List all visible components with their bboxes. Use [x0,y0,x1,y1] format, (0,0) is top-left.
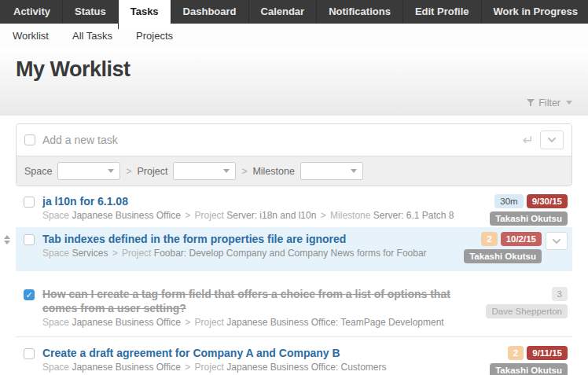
breadcrumb-value: Japanese Business Office: TeamPage Devel… [226,317,443,328]
page-title: My Worklist [0,57,588,90]
task-row-highlighted: Tab indexes defined in the form properti… [16,227,572,271]
subnav-item-worklist[interactable]: Worklist [13,30,49,42]
task-title-link[interactable]: Tab indexes defined in the form properti… [42,233,346,245]
space-label: Space [24,166,52,177]
breadcrumb-label: Project [195,362,224,373]
task-checkbox[interactable] [24,348,35,359]
task-row: ja l10n for 6.1.08 Space Japanese Busine… [16,193,572,227]
task-badges: 30m 9/30/15 Takashi Okutsu [490,194,568,226]
caret-down-icon [566,101,572,105]
milestone-label: Milestone [252,166,295,177]
breadcrumb-label: Project [122,248,151,259]
chevron-down-icon [553,239,560,244]
caret-down-icon [223,169,230,173]
assignee-badge: Takashi Okutsu [464,249,542,263]
breadcrumb-value: Japanese Business Office [72,317,181,328]
filter-bar: Filter [0,90,588,116]
breadcrumb-label: Project [195,210,224,221]
tab-edit-profile[interactable]: Edit Profile [402,0,481,24]
add-task-input[interactable]: Add a new task [42,134,523,146]
breadcrumb-separator: > [319,210,328,221]
task-actions-button[interactable] [546,232,568,250]
milestone-select[interactable] [300,162,363,180]
project-label: Project [137,166,167,177]
subnav-item-projects[interactable]: Projects [136,30,173,42]
breadcrumb-separator: > [183,362,192,373]
task-breadcrumb: Space Japanese Business Office > Project… [42,361,482,373]
breadcrumb-value: Foobar: Develop Company and Company News… [154,248,427,259]
field-separator: > [126,166,131,177]
task-checkbox-checked[interactable]: ✓ [24,289,35,300]
comment-count-badge: 2 [508,346,524,360]
tab-calendar[interactable]: Calendar [248,0,317,24]
assignee-badge: Takashi Okutsu [490,211,568,226]
space-select[interactable] [57,162,120,180]
tab-work-in-progress[interactable]: Work in Progress [481,0,588,24]
task-checkbox[interactable] [24,197,35,208]
task-title-link[interactable]: How can I create a tag form field that o… [42,287,478,315]
comment-count-badge: 2 [481,232,497,246]
due-date-badge: 10/2/15 [501,232,542,246]
add-task-checkbox[interactable] [24,134,35,145]
add-task-fields: Space > Project > Milestone [17,156,571,186]
sub-navigation: Worklist All Tasks Projects [0,24,588,48]
breadcrumb-value: Services [72,248,108,259]
main-content: Add a new task ↵ Space > Project > Miles… [0,116,588,375]
field-separator: > [241,166,247,177]
task-badges: 2 9/11/15 Takashi Okutsu [490,346,568,375]
breadcrumb-value: Japanese Business Office: Customers [226,362,386,373]
breadcrumb-label: Space [42,362,69,373]
breadcrumb-separator: > [111,248,119,259]
assignee-badge: Takashi Okutsu [490,363,568,375]
assignee-badge: Dave Shepperton [486,304,568,318]
comment-count-badge: 3 [552,287,568,301]
breadcrumb-label: Project [195,317,224,328]
project-select[interactable] [173,162,236,180]
task-row-completed: ✓ How can I create a tag form field that… [16,285,572,337]
caret-down-icon [108,169,114,173]
breadcrumb-label: Space [42,317,69,328]
task-badges: 3 Dave Shepperton [486,287,568,318]
add-task-row: Add a new task ↵ [17,124,571,156]
filter-button[interactable]: Filter [538,97,560,108]
task-main: How can I create a tag form field that o… [35,287,486,329]
task-main: ja l10n for 6.1.08 Space Japanese Busine… [35,194,490,222]
time-estimate-badge: 30m [494,194,523,208]
drag-handle-icon[interactable] [4,235,10,244]
task-main: Tab indexes defined in the form properti… [35,232,464,259]
task-main: Create a draft agreement for Company A a… [35,346,490,373]
tab-status[interactable]: Status [62,0,118,24]
breadcrumb-value: Japanese Business Office [72,210,181,221]
task-title-link[interactable]: Create a draft agreement for Company A a… [42,347,340,359]
due-date-badge: 9/30/15 [527,194,568,208]
task-title-link[interactable]: ja l10n for 6.1.08 [42,195,128,208]
tab-tasks[interactable]: Tasks [118,0,171,29]
funnel-icon [527,96,535,110]
due-date-badge: 9/11/15 [527,346,568,360]
caret-down-icon [351,169,357,173]
breadcrumb-label: Space [42,248,69,259]
task-list: ja l10n for 6.1.08 Space Japanese Busine… [16,193,572,375]
breadcrumb-value: Japanese Business Office [72,362,181,373]
breadcrumb-label: Space [42,210,69,221]
task-badges: 2 10/2/15 Takashi Okutsu [464,232,568,263]
add-task-panel: Add a new task ↵ Space > Project > Miles… [16,123,572,186]
enter-return-icon: ↵ [523,134,534,147]
task-breadcrumb: Space Japanese Business Office > Project… [42,209,482,222]
top-navigation: Activity Status Tasks Dashboard Calendar… [0,0,588,24]
page-header: My Worklist Filter [0,48,588,116]
task-breadcrumb: Space Services > Project Foobar: Develop… [42,247,456,259]
subnav-item-all-tasks[interactable]: All Tasks [72,30,112,42]
task-row: Create a draft agreement for Company A a… [16,344,572,375]
task-checkbox[interactable] [24,234,35,245]
tab-notifications[interactable]: Notifications [316,0,402,24]
breadcrumb-separator: > [183,317,192,328]
breadcrumb-label: Milestone [330,210,370,221]
breadcrumb-separator: > [183,210,192,221]
breadcrumb-value: Server: 6.1 Patch 8 [373,210,454,221]
add-task-expand-button[interactable] [540,131,564,149]
chevron-down-icon [548,138,556,142]
tab-dashboard[interactable]: Dashboard [171,0,248,24]
breadcrumb-value: Server: i18n and l10n [226,210,316,221]
tab-activity[interactable]: Activity [0,0,62,24]
